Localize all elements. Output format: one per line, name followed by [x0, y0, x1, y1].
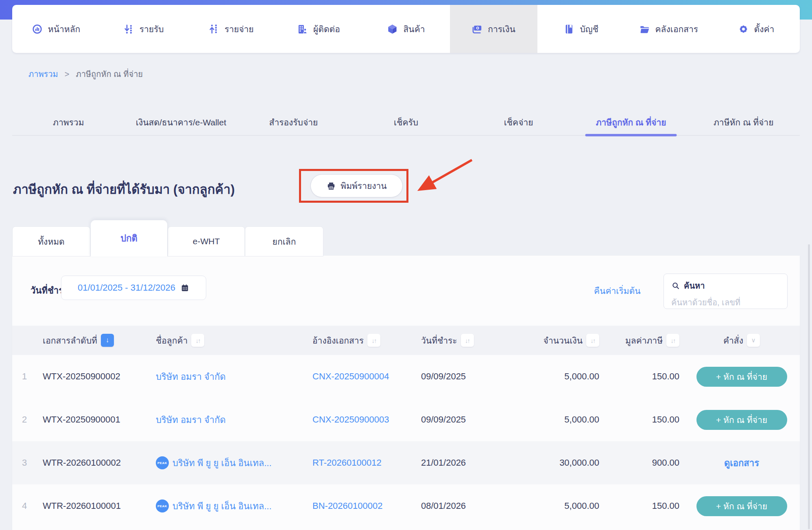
scrollbar[interactable] [808, 244, 810, 529]
nav-label: สินค้า [403, 22, 425, 36]
date-range-value: 01/01/2025 - 31/12/2026 [78, 283, 175, 293]
customer-link[interactable]: บริษัท พี ยู ยู เอ็น อินเทล... [172, 499, 272, 513]
tab-cash-bank-ewallet[interactable]: เงินสด/ธนาคาร/e-Wallet [125, 109, 238, 135]
active-tab-underline [585, 134, 677, 136]
tab-overview[interactable]: ภาพรวม [12, 109, 125, 135]
search-input[interactable]: ค้นหา ค้นหาด้วยชื่อ, เลขที่ [664, 274, 788, 309]
sort-payment-date-button[interactable]: ↓↑ [461, 334, 474, 347]
doc-number: WTR-20260100001 [37, 501, 146, 511]
reference-link[interactable]: BN-20260100002 [312, 501, 382, 511]
customer-link[interactable]: บริษัท พี ยู ยู เอ็น อินเทล... [172, 456, 272, 470]
print-report-label: พิมพ์รายงาน [341, 179, 386, 193]
doc-number: WTX-20250900001 [37, 414, 146, 425]
customer-avatar: PEAK [156, 456, 169, 469]
add-wht-button[interactable]: + หัก ณ ที่จ่าย [696, 367, 787, 387]
nav-item-expense[interactable]: รายจ่าย [187, 5, 275, 53]
reset-filters-link[interactable]: คืนค่าเริ่มต้น [594, 284, 641, 298]
sort-tax-value-button[interactable]: ↓↑ [666, 334, 679, 347]
nav-item-contacts[interactable]: ผู้ติดต่อ [275, 5, 362, 53]
content-panel: วันที่ชำระ: 01/01/2025 - 31/12/2026 คืนค… [12, 256, 800, 530]
nav-label: รายจ่าย [225, 22, 254, 36]
search-placeholder: ค้นหาด้วยชื่อ, เลขที่ [671, 296, 780, 309]
row-number: 2 [12, 414, 37, 425]
amount: 5,000.00 [492, 371, 602, 382]
breadcrumb-separator: > [65, 70, 70, 79]
page-title: ภาษีถูกหัก ณ ที่จ่ายที่ได้รับมา (จากลูกค… [13, 179, 235, 199]
tax-value: 150.00 [602, 371, 683, 382]
subtab-all[interactable]: ทั้งหมด [12, 226, 90, 256]
add-wht-button[interactable]: + หัก ณ ที่จ่าย [696, 496, 787, 516]
col-doc-number: เอกสารลำดับที่ [43, 334, 97, 347]
breadcrumb-home-link[interactable]: ภาพรวม [28, 68, 58, 81]
table-row: 3 WTR-20260100002 PEAK บริษัท พี ยู ยู เ… [12, 441, 800, 484]
command-options-button[interactable]: ∨ [747, 334, 760, 347]
amount: 30,000.00 [492, 458, 602, 468]
col-reference: อ้างอิงเอกสาร [312, 334, 364, 347]
finance-icon [471, 24, 482, 35]
subtab-ewht[interactable]: e-WHT [168, 226, 245, 256]
tab-reserve[interactable]: สำรองรับจ่าย [237, 109, 350, 135]
tab-wht-paid[interactable]: ภาษีหัก ณ ที่จ่าย [687, 109, 800, 135]
subtab-normal[interactable]: ปกติ [90, 220, 168, 256]
tab-label: ภาษีถูกหัก ณ ที่จ่าย [596, 116, 666, 129]
nav-label: บัญชี [580, 22, 598, 36]
payment-date: 09/09/2025 [415, 414, 492, 425]
payment-date: 08/01/2026 [415, 501, 492, 511]
col-customer: ชื่อลูกค้า [156, 334, 188, 347]
dashboard-icon [32, 24, 43, 35]
nav-item-finance[interactable]: การเงิน [450, 5, 537, 53]
customer-link[interactable]: บริษัท อมรา จำกัด [156, 370, 226, 384]
tax-value: 150.00 [602, 501, 683, 511]
nav-item-documents[interactable]: คลังเอกสาร [625, 5, 712, 53]
income-icon [123, 24, 134, 35]
payment-date: 09/09/2025 [415, 371, 492, 382]
table-row: 4 WTR-20260100001 PEAK บริษัท พี ยู ยู เ… [12, 484, 800, 528]
breadcrumb: ภาพรวม > ภาษีถูกหัก ณ ที่จ่าย [28, 68, 143, 81]
search-icon [671, 281, 680, 290]
print-report-button[interactable]: พิมพ์รายงาน [310, 174, 403, 197]
nav-label: ตั้งค่า [754, 22, 775, 36]
breadcrumb-current: ภาษีถูกหัก ณ ที่จ่าย [76, 68, 143, 81]
subtab-cancelled[interactable]: ยกเลิก [245, 226, 323, 256]
table-row: 1 WTX-20250900002 บริษัท อมรา จำกัด CNX-… [12, 355, 800, 398]
nav-item-settings[interactable]: ตั้งค่า [712, 5, 800, 53]
reference-link[interactable]: RT-20260100012 [312, 458, 382, 468]
sort-reference-button[interactable]: ↓↑ [367, 334, 380, 347]
col-tax-value: มูลค่าภาษี [625, 334, 663, 347]
reference-link[interactable]: CNX-20250900004 [312, 371, 389, 381]
sort-amount-button[interactable]: ↓↑ [586, 334, 599, 347]
nav-item-home[interactable]: หน้าหลัก [12, 5, 100, 53]
tab-wht-received[interactable]: ภาษีถูกหัก ณ ที่จ่าย [575, 109, 688, 135]
table-row: 2 WTX-20250900001 บริษัท อมรา จำกัด CNX-… [12, 398, 800, 441]
calendar-icon [180, 283, 190, 293]
doc-number: WTX-20250900002 [37, 371, 146, 382]
table-header: เอกสารลำดับที่ ↓ ชื่อลูกค้า ↓↑ อ้างอิงเอ… [12, 326, 800, 355]
nav-item-income[interactable]: รายรับ [100, 5, 187, 53]
nav-label: รายรับ [140, 22, 164, 36]
customer-avatar: PEAK [156, 499, 169, 512]
customer-link[interactable]: บริษัท อมรา จำกัด [156, 413, 226, 427]
row-number: 4 [12, 501, 37, 511]
settings-icon [738, 24, 749, 35]
tax-value: 150.00 [602, 414, 683, 425]
products-icon [387, 24, 398, 35]
reference-link[interactable]: CNX-20250900003 [312, 414, 389, 425]
row-number: 3 [12, 458, 37, 468]
tab-cheque-paid[interactable]: เช็คจ่าย [462, 109, 575, 135]
date-range-input[interactable]: 01/01/2025 - 31/12/2026 [61, 276, 206, 300]
tab-cheque-received[interactable]: เช็ครับ [350, 109, 463, 135]
expense-icon [208, 24, 219, 35]
nav-label: การเงิน [488, 22, 515, 36]
nav-item-products[interactable]: สินค้า [362, 5, 450, 53]
wht-table: เอกสารลำดับที่ ↓ ชื่อลูกค้า ↓↑ อ้างอิงเอ… [12, 326, 800, 528]
add-wht-button[interactable]: + หัก ณ ที่จ่าย [696, 410, 787, 430]
main-nav: หน้าหลัก รายรับ รายจ่าย ผู้ติดต่อ สินค้า… [12, 5, 800, 53]
nav-label: ผู้ติดต่อ [313, 22, 340, 36]
sort-doc-number-button[interactable]: ↓ [101, 334, 114, 347]
sort-customer-button[interactable]: ↓↑ [191, 334, 204, 347]
col-amount: จำนวนเงิน [544, 334, 583, 347]
nav-item-accounting[interactable]: บัญชี [537, 5, 625, 53]
tax-value: 900.00 [602, 458, 683, 468]
view-document-link[interactable]: ดูเอกสาร [724, 456, 759, 470]
doc-number: WTR-20260100002 [37, 458, 146, 468]
